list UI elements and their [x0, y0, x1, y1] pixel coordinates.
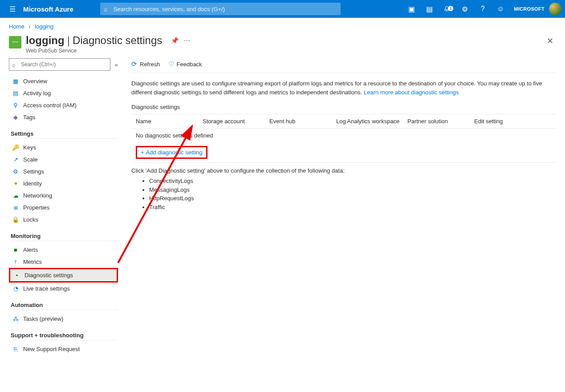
nav-group-support-troubleshooting: Support + troubleshooting	[11, 332, 118, 340]
add-row: +Add diagnostic setting	[131, 142, 556, 162]
diagnostic-table: NameStorage accountEvent hubLog Analytic…	[131, 114, 556, 163]
nav-search-input[interactable]	[9, 58, 110, 71]
more-icon[interactable]: ⋯	[184, 37, 190, 44]
notifications-icon[interactable]: 🕭1	[438, 5, 456, 13]
table-header-row: NameStorage accountEvent hubLog Analytic…	[131, 114, 556, 129]
nav-icon: ▤	[12, 90, 20, 97]
feedback-button[interactable]: ♡Feedback	[168, 60, 202, 68]
sidebar-item-metrics[interactable]: ⫯Metrics	[9, 256, 118, 268]
user-avatar[interactable]	[549, 3, 561, 15]
col-log-analytics-workspace: Log Analytics workspace	[336, 118, 407, 125]
nav-label: Settings	[23, 168, 44, 175]
top-bar: ☰ Microsoft Azure ⌕ ▣ ▤ 🕭1 ⚙ ? ☺ MICROSO…	[0, 0, 565, 18]
sidebar-item-networking[interactable]: ☁Networking	[9, 190, 118, 202]
data-types-list: ConnectivityLogsMessagingLogsHttpRequest…	[149, 177, 556, 211]
nav-label: Keys	[23, 144, 36, 151]
nav-icon: ≣	[12, 204, 20, 211]
col-storage-account: Storage account	[203, 118, 269, 125]
nav-group-monitoring: Monitoring	[11, 233, 118, 241]
nav-icon: ⚲	[12, 102, 20, 109]
tenant-label: MICROSOFT	[514, 6, 545, 12]
col-name: Name	[136, 118, 203, 125]
col-event-hub: Event hub	[269, 118, 336, 125]
nav-icon: 🔑	[12, 144, 20, 151]
directories-icon[interactable]: ▤	[420, 5, 438, 13]
sidebar-item-locks[interactable]: 🔒Locks	[9, 214, 118, 226]
nav-icon: ⁂	[12, 315, 20, 322]
sidebar-item-properties[interactable]: ≣Properties	[9, 202, 118, 214]
nav-label: Metrics	[23, 259, 42, 265]
nav-icon: ▦	[12, 78, 20, 85]
pin-icon[interactable]: 📌	[171, 37, 179, 44]
refresh-icon: ⟳	[131, 60, 137, 68]
nav-search-icon: ⌕	[12, 61, 16, 68]
breadcrumb-home[interactable]: Home	[9, 23, 24, 30]
brand-label[interactable]: Microsoft Azure	[23, 5, 73, 13]
nav-label: Tags	[23, 114, 35, 121]
section-name: Diagnostic settings	[73, 34, 162, 46]
nav-icon: ▪	[13, 272, 21, 279]
nav-label: Networking	[23, 192, 52, 199]
cloud-shell-icon[interactable]: ▣	[402, 5, 420, 13]
sidebar: ⌕ « ▦Overview▤Activity log⚲Access contro…	[9, 58, 118, 355]
main-content: ⟳Refresh ♡Feedback Diagnostic settings a…	[118, 58, 556, 355]
sidebar-item-identity[interactable]: ✦Identity	[9, 178, 118, 190]
sidebar-item-tags[interactable]: ◆Tags	[9, 111, 118, 123]
sidebar-item-live-trace-settings[interactable]: ◔Live trace settings	[9, 283, 118, 295]
nav-label: Access control (IAM)	[23, 102, 77, 109]
nav-icon: ✦	[12, 180, 20, 187]
nav-icon: ◆	[12, 114, 20, 121]
resource-icon: 〰	[9, 36, 21, 48]
nav-label: Overview	[23, 78, 47, 85]
nav-group-settings: Settings	[11, 130, 118, 139]
sidebar-item-alerts[interactable]: ■Alerts	[9, 244, 118, 256]
sidebar-item-settings[interactable]: ⚙Settings	[9, 166, 118, 178]
sidebar-item-new-support-request[interactable]: ⎘New Support Request	[9, 343, 118, 355]
add-diagnostic-link[interactable]: +Add diagnostic setting	[141, 149, 203, 156]
refresh-button[interactable]: ⟳Refresh	[131, 60, 160, 68]
col-partner-solution: Partner solution	[407, 118, 474, 125]
close-button[interactable]: ✕	[544, 34, 556, 48]
nav-label: Properties	[23, 204, 49, 211]
sidebar-item-activity-log[interactable]: ▤Activity log	[9, 87, 118, 99]
nav-group-automation: Automation	[11, 302, 118, 310]
global-search-wrap: ⌕	[100, 3, 341, 15]
nav-label: Identity	[23, 180, 42, 187]
sidebar-item-diagnostic-settings[interactable]: ▪Diagnostic settings	[9, 268, 118, 283]
breadcrumb-current[interactable]: logging	[35, 23, 53, 30]
feedback-icon: ♡	[168, 60, 174, 68]
help-icon[interactable]: ?	[474, 5, 492, 13]
hint-text: Click 'Add Diagnostic setting' above to …	[131, 167, 556, 174]
nav-label: Live trace settings	[23, 285, 70, 292]
data-type-item: ConnectivityLogs	[149, 177, 556, 186]
nav-label: New Support Request	[23, 346, 80, 352]
collapse-sidebar-icon[interactable]: «	[115, 61, 118, 68]
page-title: logging|Diagnostic settings	[26, 34, 162, 47]
sidebar-item-overview[interactable]: ▦Overview	[9, 75, 118, 87]
nav-icon: 🔒	[12, 216, 20, 223]
nav-label: Tasks (preview)	[23, 315, 63, 322]
sidebar-item-keys[interactable]: 🔑Keys	[9, 141, 118, 154]
page-subtitle: Web PubSub Service	[26, 48, 162, 54]
settings-icon[interactable]: ⚙	[456, 5, 474, 13]
sidebar-item-access-control-iam-[interactable]: ⚲Access control (IAM)	[9, 99, 118, 111]
data-type-item: MessagingLogs	[149, 186, 556, 194]
sidebar-item-scale[interactable]: ↗Scale	[9, 154, 118, 166]
nav-label: Diagnostic settings	[24, 272, 73, 279]
nav-icon: ⫯	[12, 259, 20, 265]
nav-icon: ↗	[12, 156, 20, 163]
description-text: Diagnostic settings are used to configur…	[131, 79, 556, 97]
menu-icon[interactable]: ☰	[4, 5, 21, 13]
empty-state-text: No diagnostic settings defined	[136, 132, 541, 139]
data-type-item: HttpRequestLogs	[149, 194, 556, 203]
sidebar-item-tasks-preview-[interactable]: ⁂Tasks (preview)	[9, 313, 118, 325]
toolbar: ⟳Refresh ♡Feedback	[131, 58, 556, 73]
nav-icon: ⎘	[12, 346, 20, 352]
feedback-top-icon[interactable]: ☺	[492, 5, 509, 13]
nav-icon: ■	[12, 247, 20, 253]
section-title: Diagnostic settings	[131, 104, 556, 110]
learn-more-link[interactable]: Learn more about diagnostic settings	[364, 89, 459, 96]
add-diagnostic-highlight: +Add diagnostic setting	[136, 146, 207, 159]
nav-label: Alerts	[23, 247, 38, 253]
global-search-input[interactable]	[100, 3, 341, 15]
